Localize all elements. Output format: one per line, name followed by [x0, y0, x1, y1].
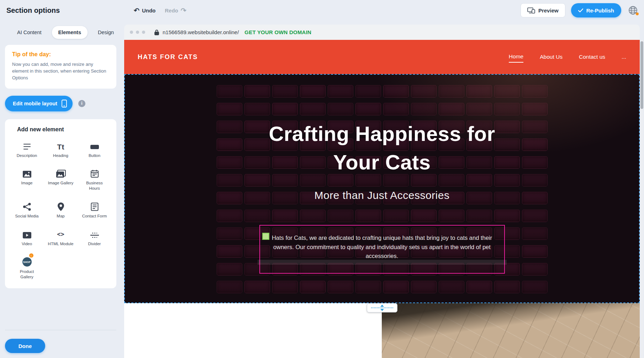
pavement-photo — [382, 303, 640, 358]
divider-icon — [90, 228, 99, 239]
window-scrollbar-thumb[interactable] — [640, 41, 643, 109]
element-contact-form[interactable]: Contact Form — [78, 200, 111, 219]
redo-icon: ↷ — [181, 7, 186, 14]
undo-label: Undo — [142, 7, 155, 14]
topbar-actions: Preview Re-Publish — [521, 0, 639, 21]
info-icon[interactable]: i — [78, 100, 85, 107]
upgrade-badge-icon: ↑ — [28, 253, 34, 258]
hero-subtitle[interactable]: More than Just Accessories — [315, 189, 450, 201]
element-social-media[interactable]: Social Media — [10, 200, 44, 219]
get-domain-link[interactable]: GET YOUR OWN DOMAIN — [244, 29, 311, 35]
edit-mobile-label: Edit mobile layout — [13, 101, 57, 106]
undo-button[interactable]: ↶ Undo — [134, 7, 155, 14]
element-grid: Description Tt Heading Button Image — [10, 140, 111, 280]
element-image[interactable]: Image — [10, 167, 44, 191]
site-logo[interactable]: HATS FOR CATS — [138, 53, 198, 61]
notification-dot — [636, 12, 639, 15]
element-heading[interactable]: Tt Heading — [44, 140, 78, 158]
hero-section[interactable]: Crafting Happiness for Your Cats More th… — [124, 74, 640, 303]
description-icon — [23, 140, 31, 151]
phone-icon — [62, 100, 67, 107]
element-business-hours[interactable]: Business Hours — [78, 167, 111, 191]
selected-text-element[interactable]: Hats for Cats, we are dedicated to craft… — [259, 225, 505, 274]
edit-mobile-layout-button[interactable]: Edit mobile layout — [5, 96, 73, 111]
heading-icon: Tt — [57, 140, 64, 151]
nav-home[interactable]: Home — [509, 51, 523, 63]
map-pin-icon — [58, 200, 64, 211]
resize-arrow-down-icon — [380, 309, 384, 311]
nav-contact-us[interactable]: Contact us — [579, 52, 605, 62]
image-gallery-icon — [56, 167, 66, 178]
element-description[interactable]: Description — [10, 140, 44, 158]
element-html-module[interactable]: <> HTML Module — [44, 228, 78, 247]
republish-button[interactable]: Re-Publish — [571, 3, 621, 17]
add-element-title: Add new element — [17, 126, 111, 133]
tab-design[interactable]: Design — [91, 26, 120, 39]
element-button[interactable]: Button — [78, 140, 111, 158]
republish-label: Re-Publish — [586, 7, 614, 14]
site-header[interactable]: HATS FOR CATS Home About Us Contact us .… — [124, 40, 640, 74]
add-element-panel: Add new element Description Tt Heading B… — [5, 119, 116, 289]
check-icon — [578, 9, 583, 12]
website-canvas: HATS FOR CATS Home About Us Contact us .… — [124, 40, 640, 358]
drag-ghost-strip — [258, 260, 507, 265]
social-media-icon — [23, 200, 31, 211]
undo-icon: ↶ — [134, 7, 139, 14]
product-gallery-icon: SHOP ↑ — [22, 256, 32, 267]
redo-label: Redo — [165, 7, 178, 14]
window-dots — [130, 31, 145, 34]
language-globe-button[interactable] — [627, 4, 639, 16]
preview-label: Preview — [538, 7, 559, 14]
window-dot — [142, 31, 145, 34]
contact-form-icon — [91, 200, 99, 211]
top-toolbar: Section options ↶ Undo Redo ↷ Preview — [0, 0, 644, 21]
element-video[interactable]: Video — [10, 228, 44, 247]
preview-button[interactable]: Preview — [521, 3, 565, 17]
done-button[interactable]: Done — [5, 339, 45, 353]
resize-dotted-line — [371, 307, 393, 308]
tab-ai-content[interactable]: AI Content — [11, 26, 48, 39]
redo-button[interactable]: Redo ↷ — [165, 7, 186, 14]
nav-about-us[interactable]: About Us — [540, 52, 563, 62]
element-map[interactable]: Map — [44, 200, 78, 219]
sidebar-tabs: AI Content Elements Design — [0, 21, 121, 45]
tip-body: Now you can add, move and resize any ele… — [12, 61, 109, 81]
hero-description[interactable]: Hats for Cats, we are dedicated to craft… — [264, 233, 501, 261]
edit-mobile-row: Edit mobile layout i — [5, 96, 121, 111]
button-icon — [90, 140, 99, 151]
element-image-gallery[interactable]: Image Gallery — [44, 167, 78, 191]
browser-chrome-bar: n1566589.websitebuilder.online/ GET YOUR… — [124, 25, 640, 40]
element-divider[interactable]: Divider — [78, 228, 111, 247]
tab-elements[interactable]: Elements — [52, 26, 88, 39]
sidebar-divider — [5, 330, 116, 330]
page-title: Section options — [6, 6, 60, 15]
hero-title[interactable]: Crafting Happiness for Your Cats — [254, 120, 510, 177]
element-product-gallery[interactable]: SHOP ↑ Product Gallery — [10, 256, 44, 280]
lock-icon — [154, 30, 159, 35]
window-dot — [130, 31, 133, 34]
undo-redo-group: ↶ Undo Redo ↷ — [134, 0, 186, 21]
video-icon — [22, 228, 32, 239]
site-url[interactable]: n1566589.websitebuilder.online/ — [163, 29, 239, 35]
devices-icon — [527, 7, 535, 14]
business-hours-icon — [90, 167, 99, 178]
resize-arrow-up-icon — [380, 305, 384, 307]
selection-drag-handle[interactable] — [262, 233, 269, 240]
window-dot — [136, 31, 139, 34]
section-options-sidebar: AI Content Elements Design Tip of the da… — [0, 21, 121, 358]
tip-title: Tip of the day: — [12, 51, 109, 58]
site-preview: n1566589.websitebuilder.online/ GET YOUR… — [124, 25, 640, 358]
tip-of-the-day-card: Tip of the day: Now you can add, move an… — [5, 45, 116, 89]
image-icon — [22, 167, 32, 178]
section-resize-handle[interactable] — [367, 303, 397, 312]
html-module-icon: <> — [57, 228, 64, 239]
site-nav: Home About Us Contact us ... — [509, 51, 626, 63]
nav-more[interactable]: ... — [622, 52, 626, 62]
